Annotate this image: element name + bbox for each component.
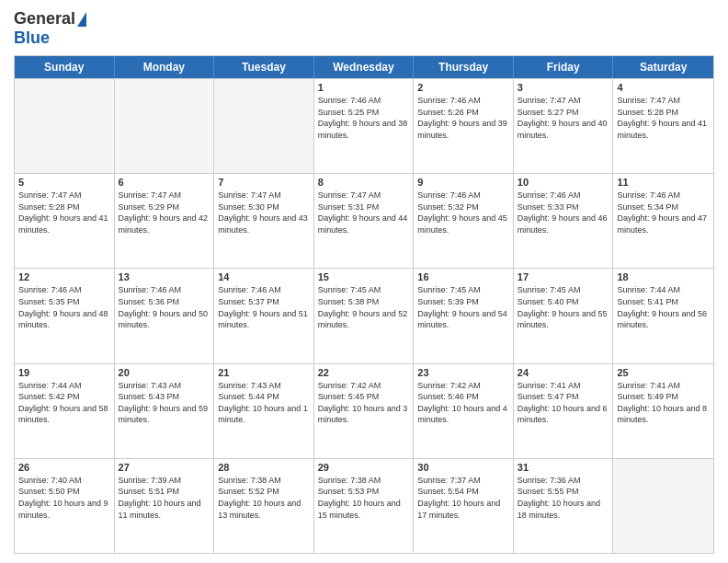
- day-info: Sunrise: 7:38 AM Sunset: 5:52 PM Dayligh…: [218, 475, 310, 521]
- day-info: Sunrise: 7:44 AM Sunset: 5:42 PM Dayligh…: [18, 380, 110, 426]
- calendar-cell: 29Sunrise: 7:38 AM Sunset: 5:53 PM Dayli…: [314, 459, 415, 553]
- calendar-cell: 30Sunrise: 7:37 AM Sunset: 5:54 PM Dayli…: [414, 459, 514, 553]
- calendar-cell: [214, 79, 314, 173]
- day-number: 5: [18, 177, 110, 188]
- day-number: 26: [18, 462, 110, 473]
- calendar-cell: 25Sunrise: 7:41 AM Sunset: 5:49 PM Dayli…: [613, 364, 713, 458]
- calendar-week: 19Sunrise: 7:44 AM Sunset: 5:42 PM Dayli…: [15, 363, 713, 458]
- day-info: Sunrise: 7:47 AM Sunset: 5:29 PM Dayligh…: [119, 190, 210, 236]
- calendar-cell: 17Sunrise: 7:45 AM Sunset: 5:40 PM Dayli…: [514, 269, 614, 362]
- day-info: Sunrise: 7:41 AM Sunset: 5:47 PM Dayligh…: [518, 380, 609, 426]
- day-number: 17: [518, 271, 609, 282]
- day-number: 13: [119, 271, 210, 282]
- day-number: 3: [518, 82, 609, 93]
- day-info: Sunrise: 7:43 AM Sunset: 5:43 PM Dayligh…: [119, 380, 210, 426]
- day-info: Sunrise: 7:46 AM Sunset: 5:33 PM Dayligh…: [518, 190, 609, 236]
- calendar-cell: 23Sunrise: 7:42 AM Sunset: 5:46 PM Dayli…: [414, 364, 514, 458]
- day-number: 19: [18, 367, 110, 378]
- day-info: Sunrise: 7:43 AM Sunset: 5:44 PM Dayligh…: [218, 380, 310, 426]
- calendar-header-cell: Friday: [514, 56, 614, 78]
- day-number: 29: [318, 462, 410, 473]
- calendar-week: 12Sunrise: 7:46 AM Sunset: 5:35 PM Dayli…: [15, 268, 713, 362]
- calendar-cell: 13Sunrise: 7:46 AM Sunset: 5:36 PM Dayli…: [115, 269, 215, 362]
- calendar-header-cell: Sunday: [15, 56, 115, 78]
- calendar-week: 1Sunrise: 7:46 AM Sunset: 5:25 PM Daylig…: [15, 78, 713, 173]
- day-number: 11: [617, 177, 710, 188]
- day-number: 31: [518, 462, 609, 473]
- day-info: Sunrise: 7:46 AM Sunset: 5:35 PM Dayligh…: [18, 284, 110, 330]
- day-info: Sunrise: 7:42 AM Sunset: 5:45 PM Dayligh…: [318, 380, 410, 426]
- day-number: 27: [119, 462, 210, 473]
- calendar-cell: 12Sunrise: 7:46 AM Sunset: 5:35 PM Dayli…: [15, 269, 115, 362]
- logo-blue-text: Blue: [14, 29, 50, 48]
- day-number: 12: [18, 271, 110, 282]
- calendar-cell: 11Sunrise: 7:46 AM Sunset: 5:34 PM Dayli…: [613, 174, 713, 268]
- calendar-cell: 20Sunrise: 7:43 AM Sunset: 5:43 PM Dayli…: [115, 364, 215, 458]
- calendar-cell: 26Sunrise: 7:40 AM Sunset: 5:50 PM Dayli…: [15, 459, 115, 553]
- day-info: Sunrise: 7:38 AM Sunset: 5:53 PM Dayligh…: [318, 475, 410, 521]
- calendar-cell: 27Sunrise: 7:39 AM Sunset: 5:51 PM Dayli…: [115, 459, 215, 553]
- day-info: Sunrise: 7:39 AM Sunset: 5:51 PM Dayligh…: [119, 475, 210, 521]
- day-info: Sunrise: 7:42 AM Sunset: 5:46 PM Dayligh…: [417, 380, 509, 426]
- day-number: 22: [318, 367, 410, 378]
- day-info: Sunrise: 7:36 AM Sunset: 5:55 PM Dayligh…: [518, 475, 609, 521]
- calendar-cell: [15, 79, 115, 173]
- day-info: Sunrise: 7:47 AM Sunset: 5:31 PM Dayligh…: [318, 190, 410, 236]
- day-info: Sunrise: 7:41 AM Sunset: 5:49 PM Dayligh…: [617, 380, 710, 426]
- day-number: 2: [417, 82, 509, 93]
- logo-general-text: General: [14, 9, 75, 29]
- calendar-header-cell: Thursday: [414, 56, 514, 78]
- logo-triangle-icon: [77, 12, 86, 27]
- calendar-header-cell: Tuesday: [214, 56, 314, 78]
- day-info: Sunrise: 7:46 AM Sunset: 5:37 PM Dayligh…: [218, 284, 310, 330]
- calendar-cell: 21Sunrise: 7:43 AM Sunset: 5:44 PM Dayli…: [214, 364, 314, 458]
- day-info: Sunrise: 7:45 AM Sunset: 5:39 PM Dayligh…: [417, 284, 509, 330]
- calendar-cell: 31Sunrise: 7:36 AM Sunset: 5:55 PM Dayli…: [514, 459, 614, 553]
- day-number: 6: [119, 177, 210, 188]
- day-number: 18: [617, 271, 710, 282]
- calendar-cell: 3Sunrise: 7:47 AM Sunset: 5:27 PM Daylig…: [514, 79, 614, 173]
- day-info: Sunrise: 7:44 AM Sunset: 5:41 PM Dayligh…: [617, 284, 710, 330]
- day-number: 30: [417, 462, 509, 473]
- calendar-cell: 24Sunrise: 7:41 AM Sunset: 5:47 PM Dayli…: [514, 364, 614, 458]
- day-info: Sunrise: 7:40 AM Sunset: 5:50 PM Dayligh…: [18, 475, 110, 521]
- calendar-header-cell: Monday: [115, 56, 215, 78]
- calendar-cell: 4Sunrise: 7:47 AM Sunset: 5:28 PM Daylig…: [613, 79, 713, 173]
- calendar-cell: 2Sunrise: 7:46 AM Sunset: 5:26 PM Daylig…: [414, 79, 514, 173]
- day-number: 10: [518, 177, 609, 188]
- day-number: 24: [518, 367, 609, 378]
- day-number: 9: [417, 177, 509, 188]
- calendar-cell: 1Sunrise: 7:46 AM Sunset: 5:25 PM Daylig…: [314, 79, 415, 173]
- calendar-header-cell: Saturday: [613, 56, 713, 78]
- calendar-cell: [115, 79, 215, 173]
- calendar-cell: 9Sunrise: 7:46 AM Sunset: 5:32 PM Daylig…: [414, 174, 514, 268]
- calendar-cell: 16Sunrise: 7:45 AM Sunset: 5:39 PM Dayli…: [414, 269, 514, 362]
- day-number: 7: [218, 177, 310, 188]
- calendar-body: 1Sunrise: 7:46 AM Sunset: 5:25 PM Daylig…: [15, 78, 713, 553]
- calendar-cell: 6Sunrise: 7:47 AM Sunset: 5:29 PM Daylig…: [115, 174, 215, 268]
- day-info: Sunrise: 7:46 AM Sunset: 5:25 PM Dayligh…: [318, 95, 410, 141]
- day-info: Sunrise: 7:46 AM Sunset: 5:36 PM Dayligh…: [119, 284, 210, 330]
- day-info: Sunrise: 7:37 AM Sunset: 5:54 PM Dayligh…: [417, 475, 509, 521]
- day-number: 15: [318, 271, 410, 282]
- day-number: 25: [617, 367, 710, 378]
- calendar-header-row: SundayMondayTuesdayWednesdayThursdayFrid…: [15, 56, 713, 78]
- page: GeneralBlue SundayMondayTuesdayWednesday…: [0, 0, 728, 563]
- day-info: Sunrise: 7:46 AM Sunset: 5:26 PM Dayligh…: [417, 95, 509, 141]
- calendar-cell: 19Sunrise: 7:44 AM Sunset: 5:42 PM Dayli…: [15, 364, 115, 458]
- calendar-cell: 18Sunrise: 7:44 AM Sunset: 5:41 PM Dayli…: [613, 269, 713, 362]
- calendar-cell: 14Sunrise: 7:46 AM Sunset: 5:37 PM Dayli…: [214, 269, 314, 362]
- day-info: Sunrise: 7:46 AM Sunset: 5:32 PM Dayligh…: [417, 190, 509, 236]
- day-info: Sunrise: 7:47 AM Sunset: 5:30 PM Dayligh…: [218, 190, 310, 236]
- day-info: Sunrise: 7:47 AM Sunset: 5:28 PM Dayligh…: [617, 95, 710, 141]
- day-info: Sunrise: 7:45 AM Sunset: 5:38 PM Dayligh…: [318, 284, 410, 330]
- day-number: 8: [318, 177, 410, 188]
- day-info: Sunrise: 7:47 AM Sunset: 5:27 PM Dayligh…: [518, 95, 609, 141]
- calendar-cell: 15Sunrise: 7:45 AM Sunset: 5:38 PM Dayli…: [314, 269, 415, 362]
- calendar-week: 26Sunrise: 7:40 AM Sunset: 5:50 PM Dayli…: [15, 458, 713, 553]
- header: GeneralBlue: [14, 9, 714, 48]
- calendar-cell: 28Sunrise: 7:38 AM Sunset: 5:52 PM Dayli…: [214, 459, 314, 553]
- calendar-cell: 5Sunrise: 7:47 AM Sunset: 5:28 PM Daylig…: [15, 174, 115, 268]
- calendar-week: 5Sunrise: 7:47 AM Sunset: 5:28 PM Daylig…: [15, 173, 713, 268]
- day-number: 14: [218, 271, 310, 282]
